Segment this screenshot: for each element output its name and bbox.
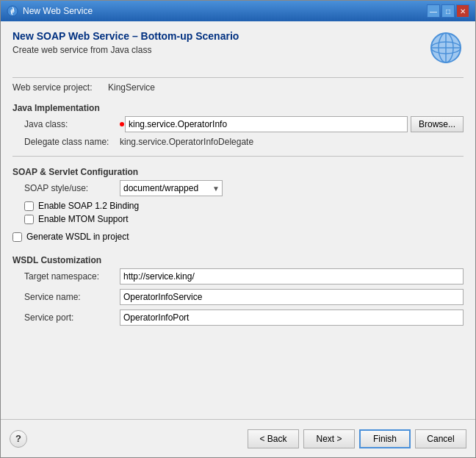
soap-separator	[12, 156, 464, 157]
generate-wsdl-row: Generate WSDL in project	[12, 232, 464, 242]
soap-style-select-wrapper: document/wrapped document/literal rpc/li…	[120, 180, 223, 196]
delegate-value: king.service.OperatorInfoDelegate	[120, 137, 253, 147]
browse-button[interactable]: Browse...	[411, 116, 464, 132]
soap-config-title: SOAP & Servlet Configuration	[12, 167, 464, 177]
delegate-label: Delegate class name:	[24, 137, 120, 147]
service-port-input[interactable]	[120, 309, 464, 326]
namespace-label: Target namespace:	[24, 271, 120, 282]
dialog-subtitle: Create web service from Java class	[12, 45, 239, 55]
service-port-label: Service port:	[24, 312, 120, 323]
maximize-button[interactable]: □	[441, 4, 455, 18]
back-button[interactable]: < Back	[248, 429, 299, 448]
title-bar: New Web Service — □ ✕	[1, 1, 475, 21]
service-name-row: Service name:	[24, 289, 464, 305]
next-button[interactable]: Next >	[303, 429, 355, 448]
soap12-label[interactable]: Enable SOAP 1.2 Binding	[38, 201, 139, 211]
soap-style-select[interactable]: document/wrapped document/literal rpc/li…	[120, 180, 223, 196]
wsdl-customization-title: WSDL Customization	[12, 255, 464, 265]
java-impl-title: Java Implementation	[12, 103, 464, 113]
soap-style-label: SOAP style/use:	[24, 183, 120, 193]
delegate-class-row: Delegate class name: king.service.Operat…	[24, 137, 464, 147]
close-button[interactable]: ✕	[456, 4, 469, 18]
title-bar-left: New Web Service	[7, 5, 93, 17]
namespace-row: Target namespace:	[24, 268, 464, 285]
wsdl-customization-section: WSDL Customization Target namespace: Ser…	[12, 249, 464, 330]
soap12-checkbox[interactable]	[24, 201, 34, 211]
header-separator	[12, 77, 464, 78]
service-port-row: Service port:	[24, 309, 464, 326]
globe-icon	[428, 30, 464, 65]
dialog-footer: ? < Back Next > Finish Cancel	[1, 419, 475, 457]
finish-button[interactable]: Finish	[359, 429, 411, 448]
project-row: Web service project: KingService	[12, 82, 464, 93]
java-class-row: Java class: Browse...	[24, 116, 464, 132]
minimize-button[interactable]: —	[427, 4, 440, 18]
header-text: New SOAP Web Service – Bottom-up Scenari…	[12, 30, 239, 55]
window-title: New Web Service	[23, 6, 93, 16]
cancel-button[interactable]: Cancel	[415, 429, 466, 448]
project-value: KingService	[108, 82, 155, 93]
namespace-input[interactable]	[120, 268, 464, 285]
soap-style-row: SOAP style/use: document/wrapped documen…	[24, 180, 464, 196]
java-class-label: Java class:	[24, 119, 120, 129]
dialog-title: New SOAP Web Service – Bottom-up Scenari…	[12, 30, 239, 42]
generate-wsdl-label[interactable]: Generate WSDL in project	[26, 232, 129, 242]
footer-right: < Back Next > Finish Cancel	[248, 429, 466, 448]
generate-wsdl-checkbox[interactable]	[12, 232, 22, 242]
soap12-row: Enable SOAP 1.2 Binding	[24, 201, 464, 211]
required-indicator	[120, 122, 124, 126]
dialog-content: New SOAP Web Service – Bottom-up Scenari…	[1, 21, 475, 419]
service-name-label: Service name:	[24, 292, 120, 302]
header-area: New SOAP Web Service – Bottom-up Scenari…	[12, 30, 464, 65]
mtom-label[interactable]: Enable MTOM Support	[38, 214, 129, 224]
mtom-checkbox[interactable]	[24, 215, 34, 224]
window-icon	[7, 5, 18, 17]
title-bar-controls: — □ ✕	[427, 4, 469, 18]
service-name-input[interactable]	[120, 289, 464, 305]
footer-left: ?	[10, 430, 27, 448]
java-class-input[interactable]	[125, 116, 408, 132]
main-window: New Web Service — □ ✕ New SOAP Web Servi…	[0, 0, 476, 458]
project-label: Web service project:	[12, 82, 108, 93]
mtom-row: Enable MTOM Support	[24, 214, 464, 224]
help-button[interactable]: ?	[10, 430, 27, 448]
